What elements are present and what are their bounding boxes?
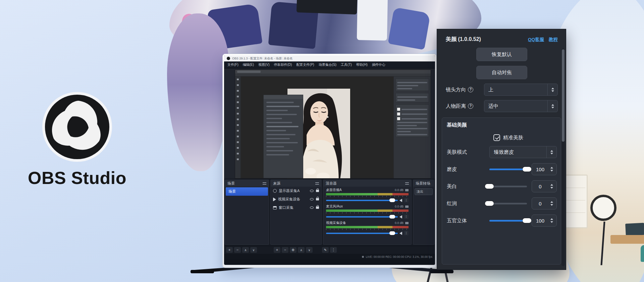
slider-handle[interactable] (523, 218, 531, 223)
dock-menu-icon[interactable] (315, 182, 319, 185)
scene-move-down-button[interactable] (250, 247, 257, 253)
speaker-icon[interactable] (399, 232, 402, 235)
camera-direction-select[interactable]: 上 (484, 84, 558, 96)
facial-depth-slider[interactable] (489, 220, 527, 222)
transition-select[interactable]: 淡出 (415, 188, 433, 195)
smoothing-value-box[interactable]: 100 (532, 163, 557, 175)
spinner-chevrons-icon[interactable] (547, 84, 557, 95)
qq-support-link[interactable]: QQ客服 (528, 37, 544, 43)
visibility-eye-icon[interactable] (310, 190, 314, 192)
skin-mode-select[interactable]: 臻致磨皮 (489, 146, 557, 158)
menu-edit[interactable]: 编辑(E) (243, 62, 254, 67)
lock-icon[interactable] (316, 190, 319, 192)
video-capture-icon (273, 197, 276, 201)
slider-handle[interactable] (523, 167, 531, 172)
visibility-eye-icon[interactable] (310, 198, 314, 200)
rosy-value-box[interactable]: 0 (532, 197, 557, 209)
channel-kebab-icon[interactable] (404, 215, 409, 219)
photo-desk-shape (610, 235, 644, 244)
dock-menu-icon[interactable] (405, 182, 409, 185)
dock-toolbars (224, 246, 435, 254)
speaker-icon[interactable] (399, 215, 402, 219)
spinner-chevrons-icon[interactable] (548, 218, 556, 223)
spinner-chevrons-icon[interactable] (548, 201, 556, 206)
volume-slider[interactable] (326, 233, 398, 234)
add-scene-button[interactable] (226, 247, 233, 253)
photo-chair-shape (388, 7, 430, 50)
source-move-down-button[interactable] (306, 247, 313, 253)
volume-slider[interactable] (326, 200, 398, 201)
source-row[interactable]: 窗口采集 (271, 203, 321, 212)
channel-kebab-icon[interactable] (404, 198, 409, 202)
smoothing-slider[interactable] (489, 169, 527, 170)
help-icon[interactable] (468, 87, 473, 92)
menu-profile[interactable]: 配置文件(P) (296, 62, 314, 67)
source-row[interactable]: 显示器采集A (271, 187, 321, 195)
obs-title-bar[interactable]: OBS 29.1.3 - 配置文件: 未命名 - 场景: 未命名 (224, 55, 435, 61)
remove-scene-button[interactable] (234, 247, 241, 253)
whitening-value-box[interactable]: 0 (532, 180, 557, 192)
mixer-edit-button[interactable] (322, 247, 329, 253)
rosy-label: 红润 (447, 200, 457, 207)
slider-handle[interactable] (485, 184, 494, 189)
restore-defaults-button[interactable]: 恢复默认 (476, 48, 527, 61)
add-source-button[interactable] (274, 247, 280, 253)
menu-plugin-center[interactable]: 插件中心 (372, 62, 385, 67)
visibility-eye-icon[interactable] (310, 206, 314, 209)
source-label: 显示器采集A (279, 188, 300, 193)
spinner-chevrons-icon[interactable] (548, 184, 556, 189)
spinner-chevrons-icon[interactable] (548, 167, 556, 172)
autofocus-button[interactable]: 自动对焦 (476, 66, 527, 79)
dock-menu-icon[interactable] (263, 182, 266, 185)
channel-settings-icon[interactable] (405, 222, 409, 224)
menu-help[interactable]: 帮助(H) (356, 62, 368, 67)
meter-ticks (326, 229, 409, 230)
spinner-chevrons-icon[interactable] (547, 100, 557, 112)
channel-settings-icon[interactable] (405, 189, 409, 191)
menu-docks[interactable]: 停靠部件(D) (274, 62, 292, 67)
basic-beauty-group: 基础美颜 精准美肤 美肤模式 臻致磨皮 磨皮 100 美白 0 (442, 117, 561, 265)
help-icon[interactable] (468, 103, 473, 109)
obs-status-bar: LIVE: 00:00:00 REC: 00:00:00 CPU: 3.1%, … (224, 254, 435, 260)
lock-icon[interactable] (316, 206, 319, 209)
volume-slider[interactable] (326, 216, 398, 218)
slider-handle[interactable] (485, 201, 494, 206)
source-row[interactable]: 视频采集设备 (271, 195, 321, 203)
menu-view[interactable]: 视图(V) (258, 62, 269, 67)
speaker-icon[interactable] (399, 199, 402, 202)
photo-tripod-leg (600, 222, 605, 265)
lock-icon[interactable] (316, 198, 319, 200)
mixer-options-button[interactable] (330, 247, 337, 253)
photoshop-options-bar (235, 74, 431, 77)
precise-skin-checkbox[interactable] (493, 134, 500, 141)
subject-distance-select[interactable]: 适中 (484, 100, 558, 112)
remove-source-button[interactable] (282, 247, 288, 253)
volume-slider-handle[interactable] (389, 231, 395, 235)
photoshop-right-panels (393, 77, 431, 178)
menu-scene-collection[interactable]: 场景集合(S) (319, 62, 336, 67)
panel-scrollbar[interactable] (561, 49, 565, 266)
obs-preview-area[interactable] (224, 68, 435, 179)
skin-mode-value: 臻致磨皮 (490, 149, 546, 155)
subject-distance-value: 适中 (484, 103, 547, 109)
menu-tools[interactable]: 工具(T) (341, 62, 352, 67)
brand-name: OBS Studio (20, 168, 134, 188)
source-move-up-button[interactable] (298, 247, 305, 253)
facial-depth-value-box[interactable]: 100 (532, 215, 557, 227)
volume-slider-handle[interactable] (389, 198, 395, 202)
panel-scrollbar-thumb[interactable] (562, 49, 565, 142)
channel-settings-icon[interactable] (405, 205, 409, 208)
obs-menu-bar: 文件(F) 编辑(E) 视图(V) 停靠部件(D) 配置文件(P) 场景集合(S… (224, 61, 435, 68)
tutorial-link[interactable]: 教程 (549, 37, 558, 43)
scene-move-up-button[interactable] (242, 247, 249, 253)
source-properties-button[interactable] (290, 247, 297, 253)
menu-file[interactable]: 文件(F) (227, 62, 238, 67)
spinner-chevrons-icon[interactable] (546, 146, 556, 158)
scene-list-item[interactable]: 场景 (226, 187, 268, 196)
volume-slider-handle[interactable] (389, 215, 395, 219)
whitening-value: 0 (532, 184, 548, 189)
channel-kebab-icon[interactable] (404, 231, 409, 235)
volume-meter (326, 226, 409, 228)
rosy-slider[interactable] (489, 203, 527, 204)
whitening-slider[interactable] (489, 186, 527, 187)
